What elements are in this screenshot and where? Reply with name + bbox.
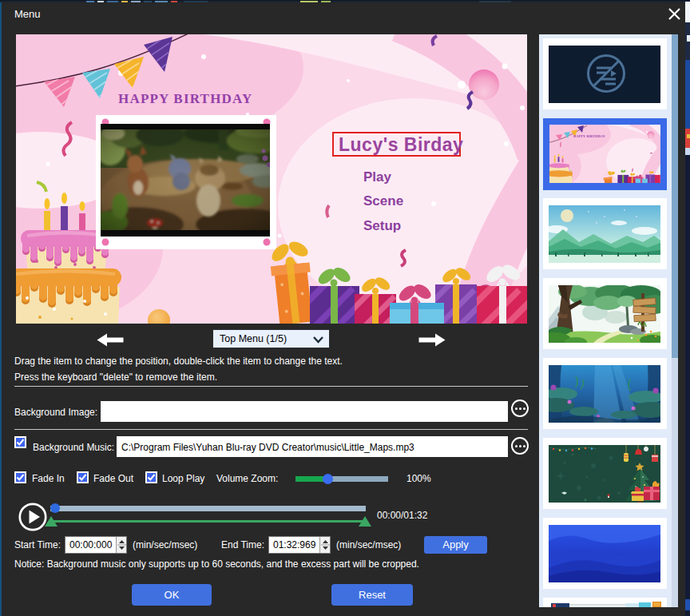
svg-text:Lucy's Birday: Lucy's Birday [339, 134, 463, 155]
svg-text:Scene: Scene [363, 193, 403, 209]
svg-text:HAPPY BIRTHDAY: HAPPY BIRTHDAY [118, 91, 252, 106]
svg-text:Play: Play [363, 169, 392, 185]
svg-text:HAPPY BIRTHDAY: HAPPY BIRTHDAY [573, 134, 605, 138]
svg-text:Setup: Setup [363, 218, 401, 233]
